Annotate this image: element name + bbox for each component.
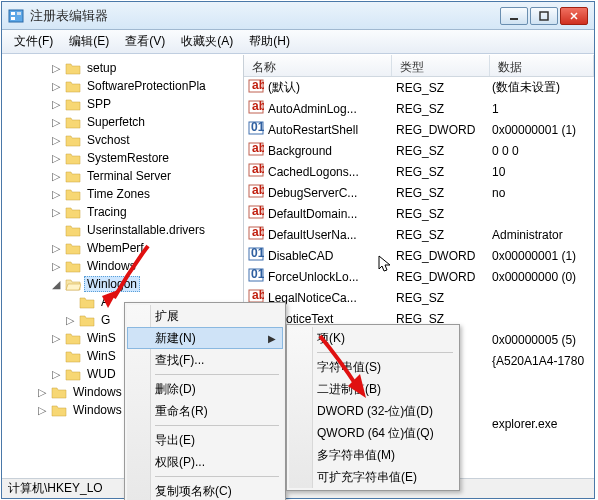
- menubar: 文件(F) 编辑(E) 查看(V) 收藏夹(A) 帮助(H): [2, 30, 594, 54]
- col-data[interactable]: 数据: [490, 55, 594, 76]
- value-data: explorer.exe: [490, 417, 594, 431]
- expand-toggle-icon[interactable]: ▷: [50, 152, 62, 164]
- tree-node[interactable]: ▷Svchost: [8, 131, 243, 149]
- tree-label: WUD: [84, 366, 119, 382]
- value-data: no: [490, 186, 594, 200]
- ctx-new-key[interactable]: 项(K): [289, 327, 457, 349]
- ctx-rename[interactable]: 重命名(R): [127, 400, 283, 422]
- list-row[interactable]: abCachedLogons...REG_SZ10: [244, 161, 594, 182]
- ctx-new-string[interactable]: 字符串值(S): [289, 356, 457, 378]
- col-type[interactable]: 类型: [392, 55, 490, 76]
- tree-label: Superfetch: [84, 114, 148, 130]
- ctx-new-multistring[interactable]: 多字符串值(M): [289, 444, 457, 466]
- tree-node[interactable]: ▷Windows: [8, 257, 243, 275]
- value-type-icon: ab: [248, 204, 268, 223]
- expand-toggle-icon[interactable]: ▷: [64, 314, 76, 326]
- menu-favorites[interactable]: 收藏夹(A): [173, 30, 241, 53]
- ctx-new-qword[interactable]: QWORD (64 位)值(Q): [289, 422, 457, 444]
- svg-text:ab: ab: [252, 78, 264, 92]
- status-path: 计算机\HKEY_LO: [8, 480, 103, 497]
- list-row[interactable]: abDefaultUserNa...REG_SZAdministrator: [244, 224, 594, 245]
- menu-file[interactable]: 文件(F): [6, 30, 61, 53]
- list-row[interactable]: abDebugServerC...REG_SZno: [244, 182, 594, 203]
- close-button[interactable]: [560, 7, 588, 25]
- svg-text:011: 011: [251, 120, 264, 134]
- minimize-button[interactable]: [500, 7, 528, 25]
- expand-toggle-icon[interactable]: ▷: [50, 260, 62, 272]
- titlebar[interactable]: 注册表编辑器: [2, 2, 594, 30]
- tree-node[interactable]: ◢Winlogon: [8, 275, 243, 293]
- expand-toggle-icon[interactable]: ▷: [36, 386, 48, 398]
- value-data: {A520A1A4-1780: [490, 354, 594, 368]
- svg-text:ab: ab: [252, 162, 264, 176]
- ctx-new[interactable]: 新建(N)▶: [127, 327, 283, 349]
- ctx-copy-key-name[interactable]: 复制项名称(C): [127, 480, 283, 500]
- ctx-delete[interactable]: 删除(D): [127, 378, 283, 400]
- ctx-expand[interactable]: 扩展: [127, 305, 283, 327]
- expand-toggle-icon[interactable]: ▷: [50, 116, 62, 128]
- value-type: REG_SZ: [392, 165, 490, 179]
- tree-label: G: [98, 312, 113, 328]
- list-row[interactable]: ab(默认)REG_SZ(数值未设置): [244, 77, 594, 98]
- expand-toggle-icon[interactable]: ▷: [36, 404, 48, 416]
- tree-node[interactable]: ▷SystemRestore: [8, 149, 243, 167]
- list-row[interactable]: abAutoAdminLog...REG_SZ1: [244, 98, 594, 119]
- list-header: 名称 类型 数据: [244, 55, 594, 77]
- value-data: 10: [490, 165, 594, 179]
- value-type: REG_SZ: [392, 186, 490, 200]
- tree-label: WinS: [84, 330, 119, 346]
- expand-toggle-icon[interactable]: ▷: [50, 170, 62, 182]
- tree-node[interactable]: ▷SPP: [8, 95, 243, 113]
- tree-node[interactable]: ▷setup: [8, 59, 243, 77]
- expand-toggle-icon[interactable]: ▷: [50, 80, 62, 92]
- svg-text:ab: ab: [252, 99, 264, 113]
- ctx-new-dword[interactable]: DWORD (32-位)值(D): [289, 400, 457, 422]
- context-menu-new: 项(K) 字符串值(S) 二进制值(B) DWORD (32-位)值(D) QW…: [286, 324, 460, 491]
- value-name: AutoRestartShell: [268, 123, 358, 137]
- expand-toggle-icon[interactable]: ▷: [50, 332, 62, 344]
- menu-separator: [155, 374, 279, 375]
- expand-toggle-icon[interactable]: ◢: [50, 278, 62, 290]
- list-row[interactable]: 011DisableCADREG_DWORD0x00000001 (1): [244, 245, 594, 266]
- expand-toggle-icon[interactable]: ▷: [50, 368, 62, 380]
- tree-label: Time Zones: [84, 186, 153, 202]
- expand-toggle-icon[interactable]: ▷: [50, 134, 62, 146]
- expand-toggle-icon[interactable]: ▷: [50, 206, 62, 218]
- list-row[interactable]: abLegalNoticeCa...REG_SZ: [244, 287, 594, 308]
- tree-node[interactable]: ▷WbemPerf: [8, 239, 243, 257]
- value-data: 0x00000005 (5): [490, 333, 594, 347]
- ctx-new-binary[interactable]: 二进制值(B): [289, 378, 457, 400]
- ctx-permissions[interactable]: 权限(P)...: [127, 451, 283, 473]
- svg-text:011: 011: [251, 267, 264, 281]
- tree-node[interactable]: Userinstallable.drivers: [8, 221, 243, 239]
- value-name: ForceUnlockLo...: [268, 270, 359, 284]
- menu-view[interactable]: 查看(V): [117, 30, 173, 53]
- tree-node[interactable]: ▷Tracing: [8, 203, 243, 221]
- ctx-find[interactable]: 查找(F)...: [127, 349, 283, 371]
- col-name[interactable]: 名称: [244, 55, 392, 76]
- value-name: Background: [268, 144, 332, 158]
- tree-node[interactable]: ▷SoftwareProtectionPla: [8, 77, 243, 95]
- tree-label: Windows: [84, 258, 139, 274]
- tree-label: SystemRestore: [84, 150, 172, 166]
- menu-edit[interactable]: 编辑(E): [61, 30, 117, 53]
- list-row[interactable]: 011AutoRestartShellREG_DWORD0x00000001 (…: [244, 119, 594, 140]
- expand-toggle-icon[interactable]: ▷: [50, 98, 62, 110]
- list-row[interactable]: 011ForceUnlockLo...REG_DWORD0x00000000 (…: [244, 266, 594, 287]
- list-row[interactable]: abBackgroundREG_SZ0 0 0: [244, 140, 594, 161]
- ctx-export[interactable]: 导出(E): [127, 429, 283, 451]
- window-title: 注册表编辑器: [30, 7, 500, 25]
- ctx-new-expandstring[interactable]: 可扩充字符串值(E): [289, 466, 457, 488]
- menu-help[interactable]: 帮助(H): [241, 30, 298, 53]
- list-row[interactable]: abDefaultDomain...REG_SZ: [244, 203, 594, 224]
- tree-node[interactable]: ▷Time Zones: [8, 185, 243, 203]
- tree-node[interactable]: ▷Terminal Server: [8, 167, 243, 185]
- tree-label: setup: [84, 60, 119, 76]
- expand-toggle-icon[interactable]: ▷: [50, 188, 62, 200]
- svg-rect-0: [9, 10, 23, 22]
- value-data: Administrator: [490, 228, 594, 242]
- maximize-button[interactable]: [530, 7, 558, 25]
- tree-node[interactable]: ▷Superfetch: [8, 113, 243, 131]
- expand-toggle-icon[interactable]: ▷: [50, 62, 62, 74]
- expand-toggle-icon[interactable]: ▷: [50, 242, 62, 254]
